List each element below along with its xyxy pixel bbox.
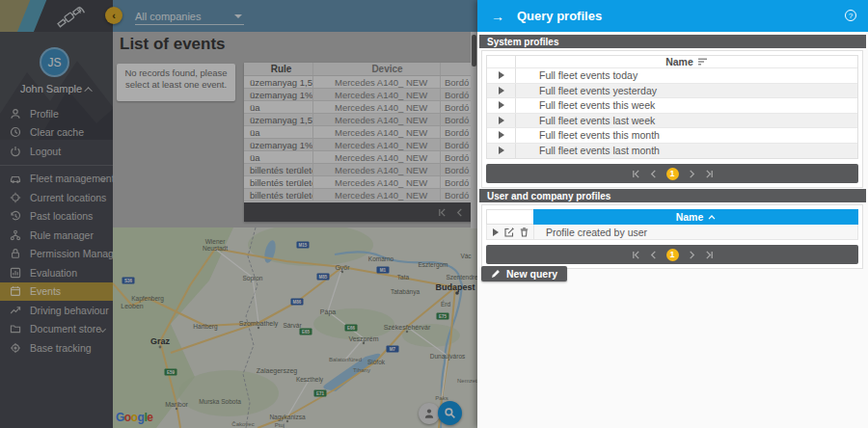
system-profiles-container: Name Full fleet events today F bbox=[481, 50, 863, 188]
last-page-icon[interactable] bbox=[705, 170, 714, 178]
system-profiles-pagination: 1 bbox=[486, 164, 858, 183]
first-page-icon[interactable] bbox=[632, 170, 640, 178]
user-table-header: Name bbox=[486, 209, 858, 225]
help-icon[interactable]: ? bbox=[845, 10, 856, 21]
delete-icon[interactable] bbox=[520, 227, 529, 237]
run-query-icon[interactable] bbox=[499, 87, 504, 94]
section-title: User and company profiles bbox=[487, 191, 610, 201]
pencil-icon bbox=[491, 269, 501, 279]
last-page-icon[interactable] bbox=[705, 251, 714, 259]
row-actions bbox=[487, 225, 534, 239]
row-actions bbox=[487, 128, 516, 143]
row-actions bbox=[487, 144, 516, 159]
profile-name: Full fleet events today bbox=[516, 69, 857, 81]
previous-page-icon[interactable] bbox=[649, 170, 658, 178]
name-column-header[interactable]: Name bbox=[516, 56, 857, 67]
system-profiles-rows: Full fleet events today Full fleet event… bbox=[487, 68, 857, 158]
name-column-label: Name bbox=[676, 211, 704, 223]
backdrop-overlay[interactable] bbox=[0, 0, 477, 428]
row-actions bbox=[487, 114, 516, 128]
current-page-badge[interactable]: 1 bbox=[666, 168, 679, 180]
system-profiles-section-header: System profiles bbox=[479, 35, 866, 48]
edit-icon[interactable] bbox=[504, 227, 514, 237]
previous-page-icon[interactable] bbox=[649, 251, 658, 259]
profile-name: Full fleet events last week bbox=[516, 115, 857, 126]
new-query-label: New query bbox=[506, 268, 557, 280]
sort-icon bbox=[697, 58, 708, 66]
user-profiles-table: Name Profile created by user bbox=[486, 209, 858, 240]
run-query-icon[interactable] bbox=[499, 147, 504, 154]
actions-column-header bbox=[486, 209, 533, 225]
run-query-icon[interactable] bbox=[499, 71, 504, 79]
main-region: ‹ All companies JS John Sample Profile bbox=[0, 0, 477, 428]
new-query-button[interactable]: New query bbox=[481, 266, 567, 281]
next-page-icon[interactable] bbox=[688, 170, 696, 178]
next-page-icon[interactable] bbox=[688, 251, 696, 259]
system-profile-row[interactable]: Full fleet events this week bbox=[487, 98, 857, 114]
query-profiles-panel: → Query profiles ? System profiles Name bbox=[477, 0, 868, 428]
actions-column-header bbox=[487, 56, 516, 67]
system-profile-row[interactable]: Full fleet events this month bbox=[487, 128, 857, 144]
user-profiles-section-header: User and company profiles bbox=[479, 189, 866, 202]
system-profile-row[interactable]: Full fleet events today bbox=[487, 68, 857, 84]
profile-name: Full fleet events yesterday bbox=[516, 85, 857, 96]
run-query-icon[interactable] bbox=[499, 131, 504, 139]
panel-title: Query profiles bbox=[517, 9, 602, 23]
section-title: System profiles bbox=[487, 37, 558, 47]
user-profiles-pagination: 1 bbox=[486, 245, 858, 264]
system-profiles-table: Name Full fleet events today F bbox=[486, 55, 858, 159]
profile-name: Profile created by user bbox=[534, 227, 857, 238]
user-profile-row[interactable]: Profile created by user bbox=[486, 225, 858, 240]
row-actions bbox=[487, 98, 516, 113]
name-column-label: Name bbox=[665, 56, 693, 67]
run-query-icon[interactable] bbox=[499, 101, 504, 109]
system-table-header: Name bbox=[487, 56, 857, 68]
system-profile-row[interactable]: Full fleet events last month bbox=[487, 144, 857, 159]
run-query-icon[interactable] bbox=[493, 228, 499, 236]
profile-name: Full fleet events this month bbox=[516, 129, 857, 141]
row-actions bbox=[487, 68, 516, 83]
panel-header: → Query profiles ? bbox=[477, 0, 868, 32]
profile-name: Full fleet events last month bbox=[516, 145, 857, 156]
system-profile-row[interactable]: Full fleet events last week bbox=[487, 114, 857, 129]
profile-name: Full fleet events this week bbox=[516, 99, 857, 111]
arrow-right-icon[interactable]: → bbox=[491, 9, 504, 24]
caret-up-icon bbox=[708, 215, 716, 220]
run-query-icon[interactable] bbox=[499, 117, 504, 124]
user-profiles-container: Name Profile created by user 1 bbox=[481, 204, 863, 269]
name-column-header[interactable]: Name bbox=[533, 209, 858, 225]
current-page-badge[interactable]: 1 bbox=[666, 249, 679, 261]
first-page-icon[interactable] bbox=[632, 251, 640, 259]
row-actions bbox=[487, 84, 516, 98]
app-root: ‹ All companies JS John Sample Profile bbox=[0, 0, 868, 428]
system-profile-row[interactable]: Full fleet events yesterday bbox=[487, 84, 857, 99]
